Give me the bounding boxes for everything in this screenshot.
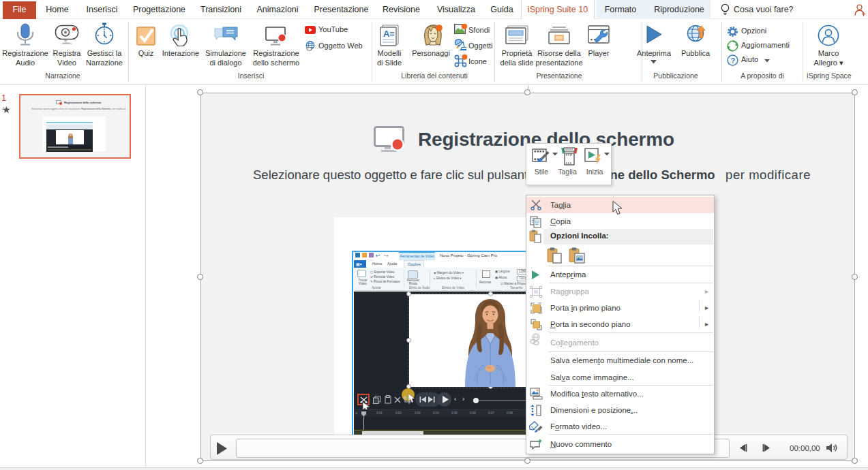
svg-text:?: ? (731, 57, 736, 65)
svg-text:A: A (383, 29, 390, 39)
